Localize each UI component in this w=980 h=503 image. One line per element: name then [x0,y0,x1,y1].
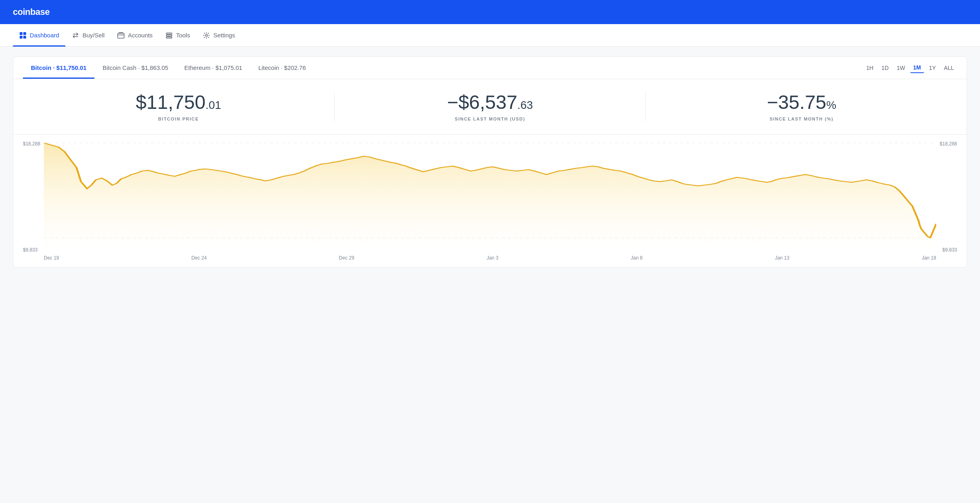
coin-tab-bitcoin-cash[interactable]: Bitcoin Cash · $1,863.05 [94,57,176,79]
header: coinbase [0,0,980,24]
nav-label-buysell: Buy/Sell [82,32,104,39]
time-filter-all[interactable]: ALL [941,63,957,73]
x-label-jan3: Jan 3 [487,255,498,261]
y-label-bottom-right: $9,833 [939,247,957,253]
coin-tab-bitcoin[interactable]: Bitcoin · $11,750.01 [23,57,94,79]
svg-rect-1 [23,32,26,35]
chart-x-labels: Dec 19 Dec 24 Dec 29 Jan 3 Jan 8 Jan 13 … [44,252,936,267]
stat-pct-value: −35.75% [655,92,947,113]
tools-icon [165,32,173,39]
stat-usd-label: SINCE LAST MONTH (USD) [344,117,636,121]
logo: coinbase [13,7,49,17]
chart-area: $18,288 $9,833 [13,135,967,267]
time-filter-1m[interactable]: 1M [910,63,924,73]
y-label-top: $18,288 [23,141,41,147]
coin-tabs-left: Bitcoin · $11,750.01 Bitcoin Cash · $1,8… [23,57,314,79]
coin-tab-litecoin[interactable]: Litecoin · $202.76 [250,57,314,79]
x-label-dec29: Dec 29 [339,255,354,261]
nav-label-dashboard: Dashboard [30,32,59,39]
x-label-jan8: Jan 8 [631,255,643,261]
nav-label-settings: Settings [213,32,235,39]
x-label-jan18: Jan 18 [922,255,936,261]
grid-icon [19,32,27,39]
x-label-dec24: Dec 24 [192,255,207,261]
nav-item-settings[interactable]: Settings [196,24,241,47]
stat-pct-label: SINCE LAST MONTH (%) [655,117,947,121]
svg-rect-4 [118,33,124,38]
y-label-bottom: $9,833 [23,247,41,253]
chart-card: Bitcoin · $11,750.01 Bitcoin Cash · $1,8… [13,56,967,268]
stat-usd-value: −$6,537.63 [344,92,636,113]
stats-row: $11,750.01 BITCOIN PRICE −$6,537.63 SINC… [13,79,967,135]
transfer-icon [72,32,79,39]
svg-rect-6 [166,35,172,36]
stat-price-value: $11,750.01 [33,92,325,113]
main-content: Bitcoin · $11,750.01 Bitcoin Cash · $1,8… [0,47,980,277]
coin-tabs-row: Bitcoin · $11,750.01 Bitcoin Cash · $1,8… [13,57,967,79]
time-filter-1w[interactable]: 1W [894,63,909,73]
x-label-dec19: Dec 19 [44,255,59,261]
nav-item-tools[interactable]: Tools [159,24,196,47]
svg-point-8 [206,34,208,36]
svg-rect-3 [23,36,26,39]
stat-bitcoin-price: $11,750.01 BITCOIN PRICE [23,92,334,121]
coin-tab-ethereum[interactable]: Ethereum · $1,075.01 [176,57,250,79]
time-filter-1h[interactable]: 1H [863,63,877,73]
navigation: Dashboard Buy/Sell Accounts Tools [0,24,980,47]
nav-item-accounts[interactable]: Accounts [111,24,159,47]
nav-label-tools: Tools [176,32,190,39]
y-label-top-right: $18,288 [939,141,957,147]
stat-price-label: BITCOIN PRICE [33,117,325,121]
svg-rect-5 [166,33,172,34]
nav-item-buysell[interactable]: Buy/Sell [65,24,111,47]
time-filter-1d[interactable]: 1D [878,63,892,73]
svg-rect-0 [20,32,22,35]
time-filter-1y[interactable]: 1Y [926,63,939,73]
svg-rect-7 [166,37,172,38]
stat-pct-change: −35.75% SINCE LAST MONTH (%) [646,92,957,121]
time-filters: 1H 1D 1W 1M 1Y ALL [863,63,957,73]
svg-rect-2 [20,36,22,39]
stat-usd-change: −$6,537.63 SINCE LAST MONTH (USD) [335,92,646,121]
nav-label-accounts: Accounts [128,32,153,39]
gear-icon [203,32,210,39]
price-chart [44,139,936,252]
x-label-jan13: Jan 13 [775,255,789,261]
nav-item-dashboard[interactable]: Dashboard [13,24,65,47]
wallet-icon [117,32,125,39]
